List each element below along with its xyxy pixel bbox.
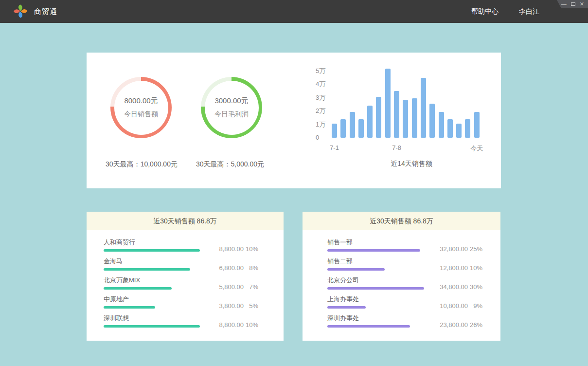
y-tick-0: 0: [316, 134, 325, 141]
sales-bar-day-13: [439, 112, 444, 138]
customer-row-5: 深圳联想8,800.0010%: [87, 315, 284, 334]
customer-row-2: 金海马6,800.008%: [87, 258, 284, 277]
customer-bar: [104, 249, 200, 252]
department-amount: 10,800.00: [440, 302, 468, 310]
department-bar: [327, 268, 385, 271]
department-sales-rank-card: 近30天销售额 86.8万 销售一部32,800.0025%销售二部12,800…: [303, 212, 500, 341]
customer-sales-rank-card: 近30天销售额 86.8万 人和商贸行8,800.0010%金海马6,800.0…: [87, 212, 284, 341]
y-tick-2万: 2万: [316, 108, 325, 114]
sales-bar-day-9: [403, 100, 408, 138]
customer-percent: 7%: [244, 283, 258, 291]
help-center-link[interactable]: 帮助中心: [471, 7, 499, 16]
department-percent: 25%: [468, 245, 482, 253]
customer-percent: 10%: [244, 245, 258, 253]
department-row-4: 上海办事处10,800.009%: [303, 296, 500, 315]
sales-bar-day-5: [367, 106, 373, 138]
profit-30day-max: 30天最高：5,000.00元: [177, 160, 284, 169]
sales-bar-day-12: [429, 104, 435, 138]
department-percent: 9%: [468, 302, 482, 310]
department-values: 32,800.0025%: [440, 245, 482, 253]
customer-values: 8,800.0010%: [219, 321, 258, 329]
today-sales-gauge: 8000.00元 今日销售额: [110, 77, 172, 138]
customer-amount: 6,800.00: [219, 264, 244, 272]
sales-bar-day-15: [456, 124, 462, 138]
customer-name: 金海马: [104, 258, 258, 265]
today-profit-value: 3000.00元: [214, 96, 248, 106]
customer-rank-list: 人和商贸行8,800.0010%金海马6,800.008%北京万象MIX5,80…: [87, 230, 284, 334]
chart-y-axis: 5万4万3万2万1万0: [316, 68, 325, 141]
customer-bar: [104, 287, 172, 290]
sales-bar-day-14: [447, 119, 453, 138]
app-title: 商贸通: [34, 0, 57, 23]
department-bar: [327, 249, 420, 252]
department-name: 北京分公司: [327, 277, 482, 284]
customer-row-3: 北京万象MIX5,800.007%: [87, 277, 284, 296]
y-tick-5万: 5万: [316, 68, 325, 74]
minimize-icon[interactable]: —: [561, 1, 567, 7]
sales-bar-day-8: [394, 91, 399, 138]
customer-row-4: 中原地产3,800.005%: [87, 296, 284, 315]
customer-name: 北京万象MIX: [104, 277, 258, 284]
sales-bar-day-16: [465, 119, 470, 138]
maximize-icon[interactable]: [571, 2, 575, 6]
y-tick-1万: 1万: [316, 121, 325, 128]
customer-percent: 8%: [244, 264, 258, 272]
department-amount: 12,800.00: [440, 264, 468, 272]
department-values: 12,800.0010%: [440, 264, 482, 272]
sales-bar-day-3: [350, 112, 355, 138]
department-bar: [327, 325, 410, 328]
today-profit-gauge: 3000.00元 今日毛利润: [201, 77, 262, 138]
department-values: 34,800.0030%: [440, 283, 482, 291]
department-name: 销售二部: [327, 258, 482, 265]
sales-bar-day-1: [332, 124, 337, 138]
customer-name: 中原地产: [104, 296, 258, 303]
customer-percent: 10%: [244, 321, 258, 329]
department-row-1: 销售一部32,800.0025%: [303, 239, 500, 258]
department-percent: 26%: [468, 321, 482, 329]
department-row-2: 销售二部12,800.0010%: [303, 258, 500, 277]
customer-bar: [104, 268, 190, 271]
department-rank-list: 销售一部32,800.0025%销售二部12,800.0010%北京分公司34,…: [303, 230, 500, 334]
sales-bar-day-2: [340, 119, 346, 138]
customer-bar: [104, 325, 200, 328]
customer-row-1: 人和商贸行8,800.0010%: [87, 239, 284, 258]
titlebar: 商贸通 帮助中心 李白江 — ✕: [0, 0, 588, 23]
customer-values: 8,800.0010%: [219, 245, 258, 253]
x-tick-7-8: 7-8: [392, 144, 401, 151]
department-bar: [327, 287, 424, 290]
window-controls: — ✕: [557, 0, 588, 8]
customer-name: 深圳联想: [104, 315, 258, 322]
app-logo-pinwheel-icon: [14, 4, 27, 18]
sales-bar-day-10: [412, 98, 417, 138]
customer-values: 6,800.008%: [219, 264, 258, 272]
customer-percent: 5%: [244, 302, 258, 310]
department-rank-title: 近30天销售额 86.8万: [303, 212, 500, 230]
today-summary-card: 8000.00元 今日销售额 3000.00元 今日毛利润 30天最高：10,0…: [87, 53, 501, 188]
y-tick-3万: 3万: [316, 94, 325, 101]
department-percent: 10%: [468, 264, 482, 272]
close-icon[interactable]: ✕: [580, 1, 584, 7]
department-name: 销售一部: [327, 239, 482, 246]
customer-amount: 8,800.00: [219, 321, 244, 329]
department-amount: 32,800.00: [440, 245, 468, 253]
customer-amount: 8,800.00: [219, 245, 244, 253]
customer-amount: 5,800.00: [219, 283, 244, 291]
customer-values: 5,800.007%: [219, 283, 258, 291]
department-values: 10,800.009%: [440, 302, 482, 310]
department-bar: [327, 306, 366, 309]
customer-rank-title: 近30天销售额 86.8万: [87, 212, 284, 230]
department-amount: 34,800.00: [440, 283, 468, 291]
today-sales-value: 8000.00元: [124, 96, 158, 106]
department-amount: 23,800.00: [440, 321, 468, 329]
chart-caption: 近14天销售额: [391, 160, 432, 168]
y-tick-4万: 4万: [316, 81, 325, 88]
sales-bar-day-4: [358, 119, 364, 138]
department-name: 上海办事处: [327, 296, 482, 303]
today-profit-label: 今日毛利润: [214, 110, 249, 119]
customer-name: 人和商贸行: [104, 239, 258, 246]
user-name-link[interactable]: 李白江: [519, 7, 539, 16]
x-tick-今天: 今天: [470, 144, 483, 153]
today-sales-gauge-center: 8000.00元 今日销售额: [114, 81, 168, 135]
department-row-5: 深圳办事处23,800.0026%: [303, 315, 500, 334]
department-row-3: 北京分公司34,800.0030%: [303, 277, 500, 296]
